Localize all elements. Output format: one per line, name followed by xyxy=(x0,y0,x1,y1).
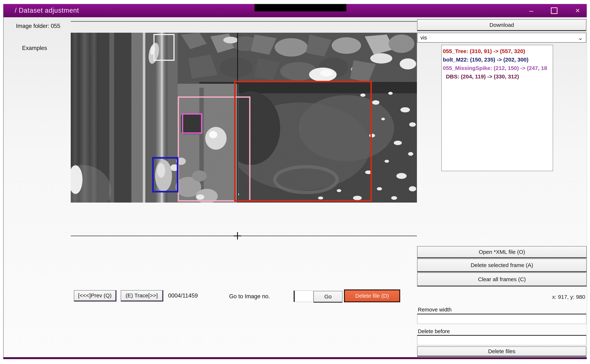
cursor-position: x: 917, y: 980 xyxy=(417,294,585,300)
annotation-list[interactable]: 055_Tree: (310, 91) -> (557, 320)bolt_M2… xyxy=(441,45,553,171)
goto-label: Go to Image no. xyxy=(229,293,270,300)
window-title: / Dataset adjustment xyxy=(15,6,79,14)
remove-width-label: Remove width xyxy=(418,307,452,313)
redacted-overlay xyxy=(255,4,346,11)
minimize-icon[interactable]: – xyxy=(529,7,533,14)
screen: / Dataset adjustment – ✕ Image folder: 0… xyxy=(0,0,590,364)
open-xml-button[interactable]: Open *XML file (O) xyxy=(417,246,587,258)
clear-all-frames-button[interactable]: Clear all frames (C) xyxy=(417,273,587,286)
image-viewer[interactable] xyxy=(71,33,417,202)
prev-button[interactable]: [<<<]Prev (Q) xyxy=(74,290,117,302)
delete-file-button[interactable]: Delete file (D) xyxy=(344,289,400,302)
title-bar: / Dataset adjustment – ✕ xyxy=(3,4,587,17)
window-controls: – ✕ xyxy=(529,4,580,17)
box-blue[interactable] xyxy=(152,157,178,192)
maximize-icon[interactable] xyxy=(551,7,557,14)
box-layer xyxy=(71,33,417,202)
delete-before-label: Delete before xyxy=(418,328,450,334)
annotation-item[interactable]: bolt_M22: (150, 235) -> (202, 300) xyxy=(443,55,552,64)
delete-selected-frame-button[interactable]: Delete selected frame (A) xyxy=(417,259,587,272)
folder-select[interactable]: vis ⌄ xyxy=(417,33,586,43)
download-button[interactable]: Download xyxy=(417,19,586,31)
box-white[interactable] xyxy=(153,34,175,61)
goto-input[interactable] xyxy=(294,291,314,302)
image-folder-label: Image folder: 055 xyxy=(16,23,60,29)
annotation-item[interactable]: 055_MissingSpike: (212, 150) -> (247, 18 xyxy=(443,64,552,72)
annotation-item[interactable]: DBS: (204, 119) -> (330, 312) xyxy=(443,72,552,81)
chevron-down-icon: ⌄ xyxy=(578,34,583,41)
content-area: Image folder: 055 Examples xyxy=(3,17,587,357)
delete-files-button[interactable]: Delete files xyxy=(417,346,586,357)
panel-divider xyxy=(71,21,417,22)
box-magenta[interactable] xyxy=(182,113,202,134)
trace-button[interactable]: (E) Trace[>>] xyxy=(121,290,163,302)
image-counter: 0004/11459 xyxy=(168,292,198,299)
app-window: / Dataset adjustment – ✕ Image folder: 0… xyxy=(3,4,587,359)
crosshair-cursor xyxy=(234,232,241,240)
box-red[interactable] xyxy=(234,81,372,202)
remove-width-input[interactable] xyxy=(417,314,586,324)
go-button[interactable]: Go xyxy=(314,291,342,303)
delete-before-input[interactable] xyxy=(417,335,586,345)
timeline-rule xyxy=(71,236,417,236)
folder-select-value: vis xyxy=(420,35,427,41)
examples-label[interactable]: Examples xyxy=(22,45,47,52)
close-icon[interactable]: ✕ xyxy=(575,7,580,14)
annotation-item[interactable]: 055_Tree: (310, 91) -> (557, 320) xyxy=(443,47,552,55)
